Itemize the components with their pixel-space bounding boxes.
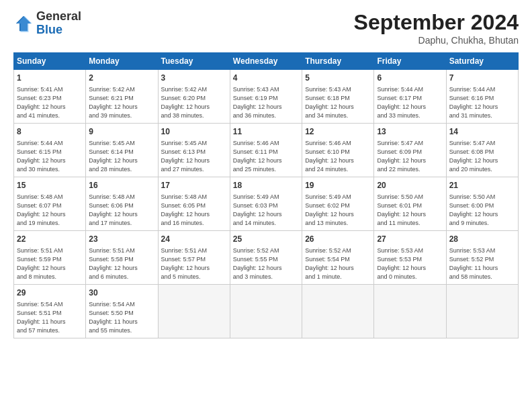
calendar-day-cell: 27Sunrise: 5:53 AM Sunset: 5:53 PM Dayli… xyxy=(374,230,446,284)
day-number: 26 xyxy=(305,234,371,245)
logo-blue: Blue xyxy=(36,23,62,36)
calendar-day-cell: 17Sunrise: 5:48 AM Sunset: 6:05 PM Dayli… xyxy=(158,177,230,230)
day-number: 20 xyxy=(377,180,443,191)
weekday-header: Wednesday xyxy=(230,53,302,70)
calendar-day-cell: 19Sunrise: 5:49 AM Sunset: 6:02 PM Dayli… xyxy=(302,177,374,230)
calendar-day-cell: 15Sunrise: 5:48 AM Sunset: 6:07 PM Dayli… xyxy=(14,177,86,230)
day-info: Sunrise: 5:45 AM Sunset: 6:13 PM Dayligh… xyxy=(161,139,227,174)
logo: General Blue xyxy=(13,10,81,37)
calendar-day-cell: 20Sunrise: 5:50 AM Sunset: 6:01 PM Dayli… xyxy=(374,177,446,230)
day-number: 1 xyxy=(17,73,83,84)
calendar-day-cell xyxy=(158,284,230,338)
day-info: Sunrise: 5:45 AM Sunset: 6:14 PM Dayligh… xyxy=(89,139,154,174)
calendar-day-cell: 3Sunrise: 5:42 AM Sunset: 6:20 PM Daylig… xyxy=(158,70,230,124)
day-info: Sunrise: 5:44 AM Sunset: 6:16 PM Dayligh… xyxy=(449,85,515,120)
calendar-day-cell: 28Sunrise: 5:53 AM Sunset: 5:52 PM Dayli… xyxy=(446,230,518,284)
day-info: Sunrise: 5:52 AM Sunset: 5:54 PM Dayligh… xyxy=(305,246,371,281)
weekday-header: Sunday xyxy=(14,53,86,70)
weekday-header: Friday xyxy=(374,53,446,70)
title-block: September 2024 Daphu, Chukha, Bhutan xyxy=(354,10,519,46)
day-info: Sunrise: 5:49 AM Sunset: 6:02 PM Dayligh… xyxy=(305,193,371,228)
calendar-day-cell: 4Sunrise: 5:43 AM Sunset: 6:19 PM Daylig… xyxy=(230,70,302,124)
calendar-day-cell: 21Sunrise: 5:50 AM Sunset: 6:00 PM Dayli… xyxy=(446,177,518,230)
day-number: 9 xyxy=(89,126,154,138)
day-number: 13 xyxy=(377,126,443,138)
day-number: 7 xyxy=(449,73,515,84)
calendar-week-row: 8Sunrise: 5:44 AM Sunset: 6:15 PM Daylig… xyxy=(14,123,519,177)
weekday-header: Tuesday xyxy=(158,53,230,70)
day-info: Sunrise: 5:51 AM Sunset: 5:59 PM Dayligh… xyxy=(17,246,83,281)
svg-marker-1 xyxy=(17,16,32,32)
day-number: 2 xyxy=(89,73,154,84)
day-info: Sunrise: 5:44 AM Sunset: 6:17 PM Dayligh… xyxy=(377,85,443,120)
day-number: 17 xyxy=(161,180,227,191)
calendar-day-cell: 1Sunrise: 5:41 AM Sunset: 6:23 PM Daylig… xyxy=(14,70,86,124)
day-info: Sunrise: 5:43 AM Sunset: 6:18 PM Dayligh… xyxy=(305,85,371,120)
calendar-day-cell: 5Sunrise: 5:43 AM Sunset: 6:18 PM Daylig… xyxy=(302,70,374,124)
calendar-day-cell: 18Sunrise: 5:49 AM Sunset: 6:03 PM Dayli… xyxy=(230,177,302,230)
day-info: Sunrise: 5:51 AM Sunset: 5:57 PM Dayligh… xyxy=(161,246,227,281)
day-info: Sunrise: 5:49 AM Sunset: 6:03 PM Dayligh… xyxy=(233,193,299,228)
day-number: 3 xyxy=(161,73,227,84)
calendar-day-cell: 6Sunrise: 5:44 AM Sunset: 6:17 PM Daylig… xyxy=(374,70,446,124)
logo-text: General Blue xyxy=(36,10,81,37)
calendar-day-cell xyxy=(302,284,374,338)
calendar-day-cell: 24Sunrise: 5:51 AM Sunset: 5:57 PM Dayli… xyxy=(158,230,230,284)
day-number: 25 xyxy=(233,234,299,245)
day-info: Sunrise: 5:44 AM Sunset: 6:15 PM Dayligh… xyxy=(17,139,83,174)
day-number: 14 xyxy=(449,126,515,138)
weekday-header: Saturday xyxy=(446,53,518,70)
day-info: Sunrise: 5:47 AM Sunset: 6:09 PM Dayligh… xyxy=(377,139,443,174)
day-number: 5 xyxy=(305,73,371,84)
day-number: 19 xyxy=(305,180,371,191)
calendar-header-row: SundayMondayTuesdayWednesdayThursdayFrid… xyxy=(14,53,519,70)
calendar-day-cell: 26Sunrise: 5:52 AM Sunset: 5:54 PM Dayli… xyxy=(302,230,374,284)
day-number: 12 xyxy=(305,126,371,138)
month-title: September 2024 xyxy=(354,10,519,35)
day-info: Sunrise: 5:51 AM Sunset: 5:58 PM Dayligh… xyxy=(89,246,154,281)
day-number: 30 xyxy=(89,287,154,299)
day-number: 23 xyxy=(89,234,154,245)
day-number: 28 xyxy=(449,234,515,245)
day-number: 6 xyxy=(377,73,443,84)
day-number: 22 xyxy=(17,234,83,245)
calendar-day-cell: 2Sunrise: 5:42 AM Sunset: 6:21 PM Daylig… xyxy=(86,70,158,124)
day-info: Sunrise: 5:53 AM Sunset: 5:53 PM Dayligh… xyxy=(377,246,443,281)
calendar-day-cell: 10Sunrise: 5:45 AM Sunset: 6:13 PM Dayli… xyxy=(158,123,230,177)
day-info: Sunrise: 5:54 AM Sunset: 5:51 PM Dayligh… xyxy=(17,300,83,335)
calendar-day-cell: 22Sunrise: 5:51 AM Sunset: 5:59 PM Dayli… xyxy=(14,230,86,284)
day-info: Sunrise: 5:42 AM Sunset: 6:20 PM Dayligh… xyxy=(161,85,227,120)
calendar-day-cell: 8Sunrise: 5:44 AM Sunset: 6:15 PM Daylig… xyxy=(14,123,86,177)
day-info: Sunrise: 5:46 AM Sunset: 6:10 PM Dayligh… xyxy=(305,139,371,174)
calendar-week-row: 22Sunrise: 5:51 AM Sunset: 5:59 PM Dayli… xyxy=(14,230,519,284)
calendar-day-cell xyxy=(374,284,446,338)
day-number: 27 xyxy=(377,234,443,245)
day-number: 24 xyxy=(161,234,227,245)
day-number: 10 xyxy=(161,126,227,138)
calendar-day-cell: 7Sunrise: 5:44 AM Sunset: 6:16 PM Daylig… xyxy=(446,70,518,124)
day-info: Sunrise: 5:53 AM Sunset: 5:52 PM Dayligh… xyxy=(449,246,515,281)
calendar-day-cell: 23Sunrise: 5:51 AM Sunset: 5:58 PM Dayli… xyxy=(86,230,158,284)
day-info: Sunrise: 5:47 AM Sunset: 6:08 PM Dayligh… xyxy=(449,139,515,174)
calendar-table: SundayMondayTuesdayWednesdayThursdayFrid… xyxy=(13,52,519,338)
calendar-week-row: 1Sunrise: 5:41 AM Sunset: 6:23 PM Daylig… xyxy=(14,70,519,124)
day-number: 11 xyxy=(233,126,299,138)
page-container: General Blue September 2024 Daphu, Chukh… xyxy=(0,0,532,345)
calendar-day-cell: 30Sunrise: 5:54 AM Sunset: 5:50 PM Dayli… xyxy=(86,284,158,338)
calendar-day-cell: 9Sunrise: 5:45 AM Sunset: 6:14 PM Daylig… xyxy=(86,123,158,177)
day-info: Sunrise: 5:43 AM Sunset: 6:19 PM Dayligh… xyxy=(233,85,299,120)
day-number: 29 xyxy=(17,287,83,299)
day-info: Sunrise: 5:50 AM Sunset: 6:01 PM Dayligh… xyxy=(377,193,443,228)
day-number: 21 xyxy=(449,180,515,191)
day-info: Sunrise: 5:48 AM Sunset: 6:05 PM Dayligh… xyxy=(161,193,227,228)
day-info: Sunrise: 5:54 AM Sunset: 5:50 PM Dayligh… xyxy=(89,300,154,335)
calendar-day-cell xyxy=(446,284,518,338)
calendar-day-cell: 16Sunrise: 5:48 AM Sunset: 6:06 PM Dayli… xyxy=(86,177,158,230)
day-number: 18 xyxy=(233,180,299,191)
calendar-day-cell: 11Sunrise: 5:46 AM Sunset: 6:11 PM Dayli… xyxy=(230,123,302,177)
day-info: Sunrise: 5:48 AM Sunset: 6:06 PM Dayligh… xyxy=(89,193,154,228)
calendar-day-cell: 29Sunrise: 5:54 AM Sunset: 5:51 PM Dayli… xyxy=(14,284,86,338)
weekday-header: Thursday xyxy=(302,53,374,70)
day-info: Sunrise: 5:48 AM Sunset: 6:07 PM Dayligh… xyxy=(17,193,83,228)
calendar-week-row: 15Sunrise: 5:48 AM Sunset: 6:07 PM Dayli… xyxy=(14,177,519,230)
